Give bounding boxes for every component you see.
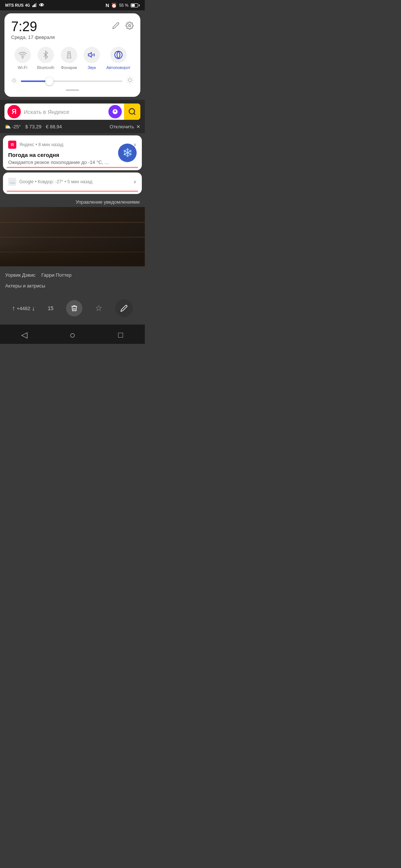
- signal-icon: [32, 3, 38, 8]
- snow-cloud-icon: ❄️: [123, 148, 133, 158]
- svg-rect-6: [68, 52, 70, 54]
- svg-line-13: [12, 78, 13, 79]
- suggestion-uorvic[interactable]: Уорвик Дэвис: [5, 272, 35, 278]
- carrier-label: MTS RUS: [5, 3, 24, 7]
- sound-label: Звук: [88, 65, 96, 70]
- navigation-bar: ◁ ○ □: [0, 325, 145, 344]
- status-left: MTS RUS 4G 👁: [5, 2, 44, 8]
- qs-header: 7:29 Среда, 17 февраля: [11, 20, 134, 40]
- alice-button[interactable]: [108, 105, 122, 118]
- svg-point-30: [129, 109, 135, 114]
- upvote-count: +4482: [17, 306, 30, 311]
- yandex-notification-card: Я Яндекс • 8 мин назад ∨ Погода на сегод…: [3, 135, 142, 170]
- arrow-down-icon: ↓: [32, 305, 35, 312]
- brightness-thumb[interactable]: [45, 77, 53, 85]
- brightness-control: [11, 76, 134, 86]
- bluetooth-icon: [38, 47, 54, 63]
- svg-point-5: [22, 57, 23, 58]
- svg-point-10: [13, 79, 16, 82]
- svg-marker-8: [88, 53, 91, 57]
- panel-drag-handle[interactable]: [66, 89, 79, 91]
- flashlight-icon: [61, 47, 77, 63]
- notif-google-expand[interactable]: ∨: [133, 179, 137, 184]
- network-type: 4G: [25, 3, 30, 7]
- notif-yandex-body: Ожидается резкое похолодание до -14 °С, …: [8, 160, 137, 165]
- svg-point-9: [115, 51, 122, 59]
- bluetooth-label: Bluetooth: [37, 65, 54, 70]
- bottom-toolbar: ↑ +4482 ↓ 15 ☆: [5, 296, 140, 321]
- svg-rect-1: [33, 5, 35, 7]
- red-annotation-line-2: [7, 191, 138, 192]
- sound-icon: [84, 47, 100, 63]
- toolbar-edit-button[interactable]: [115, 299, 133, 317]
- flashlight-toggle[interactable]: Фонарик: [61, 47, 77, 70]
- yandex-app-icon: Я: [8, 141, 16, 149]
- toolbar-down-count: 15: [48, 305, 53, 311]
- yandex-search-placeholder: Искать в Яндексе: [24, 109, 108, 115]
- notif-google-header: ☁️ Google • Ковдор: -27° • 5 мин назад ∨: [8, 178, 137, 186]
- bottom-area: Уорвик Дэвис Гарри Поттер Актеры и актри…: [0, 266, 145, 325]
- quick-settings-panel: 7:29 Среда, 17 февраля: [4, 13, 140, 97]
- yandex-search-bar[interactable]: Я Искать в Яндексе: [4, 103, 140, 120]
- svg-line-26: [128, 82, 128, 82]
- notif-yandex-meta: Яндекс • 8 мин назад: [19, 142, 130, 147]
- settings-button[interactable]: [125, 22, 134, 32]
- google-notification-card: ☁️ Google • Ковдор: -27° • 5 мин назад ∨: [3, 172, 142, 194]
- search-suggestions-row1: Уорвик Дэвис Гарри Поттер: [5, 272, 140, 278]
- suggestion-harry[interactable]: Гарри Поттер: [41, 272, 71, 278]
- qs-time-date: 7:29 Среда, 17 февраля: [11, 20, 55, 40]
- yandex-search-button[interactable]: [124, 103, 140, 120]
- toolbar-delete-button[interactable]: [66, 300, 82, 316]
- svg-rect-2: [35, 4, 36, 7]
- notif-manage-label[interactable]: Управление уведомлениями: [0, 196, 145, 207]
- svg-rect-0: [32, 6, 33, 7]
- notif-weather-icon-btn[interactable]: ❄️: [118, 144, 137, 162]
- flashlight-label: Фонарик: [61, 65, 77, 70]
- battery-percent: 55 %: [119, 3, 128, 7]
- brightness-max-icon: [126, 76, 134, 86]
- arrow-up-icon: ↑: [12, 305, 15, 312]
- status-bar: MTS RUS 4G 👁 N ⏰ 55 %: [0, 0, 145, 10]
- rotate-toggle[interactable]: Автоповорот: [106, 47, 130, 70]
- red-annotation-line-1: [7, 167, 138, 168]
- dollar-rate: $ 73,29: [25, 124, 41, 129]
- suggestion-actors[interactable]: Актеры и актрисы: [5, 283, 45, 289]
- svg-line-31: [134, 113, 135, 115]
- svg-point-19: [128, 79, 131, 82]
- google-app-icon: ☁️: [8, 178, 16, 186]
- notif-google-meta: Google • Ковдор: -27° • 5 мин назад: [19, 179, 130, 184]
- edit-button[interactable]: [112, 22, 120, 31]
- euro-rate: € 88,94: [46, 124, 62, 129]
- battery-icon: [131, 3, 140, 7]
- sound-toggle[interactable]: Звук: [84, 47, 100, 70]
- status-right: N ⏰ 55 %: [106, 3, 140, 8]
- toolbar-star-button[interactable]: ☆: [95, 303, 102, 313]
- back-button[interactable]: ◁: [16, 328, 32, 342]
- eye-icon: 👁: [39, 2, 44, 8]
- home-button[interactable]: ○: [64, 328, 81, 342]
- svg-line-14: [16, 82, 16, 82]
- svg-rect-3: [36, 3, 37, 7]
- svg-point-29: [114, 110, 116, 112]
- search-suggestions-row2: Актеры и актрисы: [5, 282, 140, 289]
- weather-temperature: ⛅ -25°: [4, 124, 21, 129]
- dismiss-button[interactable]: Отключить ✕: [110, 124, 140, 129]
- svg-line-17: [12, 82, 13, 82]
- svg-line-23: [132, 82, 132, 82]
- bluetooth-toggle[interactable]: Bluetooth: [37, 47, 54, 70]
- background-image-area: [0, 207, 145, 266]
- yandex-bottom-bar: ⛅ -25° $ 73,29 € 88,94 Отключить ✕: [4, 124, 140, 129]
- brightness-slider[interactable]: [21, 80, 123, 82]
- recents-button[interactable]: □: [113, 328, 129, 342]
- cloud-icon: ⛅: [4, 124, 11, 129]
- yandex-widget: Я Искать в Яндексе ⛅ -25° $ 73,29: [0, 100, 145, 133]
- alarm-icon: ⏰: [111, 3, 117, 8]
- svg-point-4: [128, 24, 131, 27]
- qs-date: Среда, 17 февраля: [11, 34, 55, 40]
- toolbar-upvote[interactable]: ↑ +4482 ↓: [12, 305, 35, 312]
- wifi-toggle[interactable]: Wi-Fi: [14, 47, 31, 70]
- svg-line-27: [132, 78, 132, 78]
- rotate-label: Автоповорот: [106, 65, 130, 70]
- notif-yandex-header: Я Яндекс • 8 мин назад ∨: [8, 141, 137, 149]
- qs-toggles: Wi-Fi Bluetooth Фонарик: [11, 47, 134, 70]
